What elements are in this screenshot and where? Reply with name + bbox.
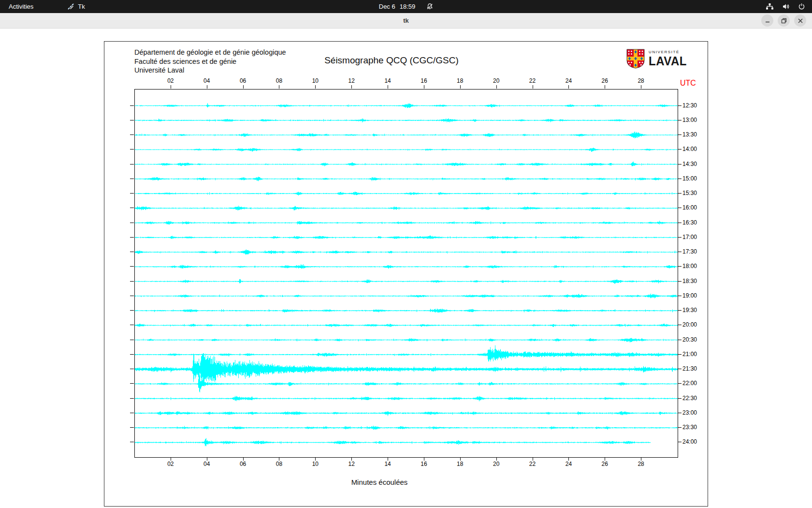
- clock-menu[interactable]: Dec 6 18:59: [379, 0, 434, 13]
- notifications-muted-icon: [426, 3, 433, 10]
- x-tick-label-top: 02: [164, 77, 177, 84]
- x-tick-label-bottom: 24: [562, 461, 575, 467]
- x-tick-top: [568, 85, 569, 89]
- clock-time: 18:59: [400, 3, 416, 10]
- utc-row-label: 14:30: [682, 161, 697, 167]
- row-tick-left: [130, 105, 134, 106]
- x-tick-label-bottom: 16: [418, 461, 430, 467]
- utc-row-label: 18:00: [682, 263, 697, 269]
- row-tick-right: [678, 442, 682, 442]
- seismograph-frame: Département de géologie et de génie géol…: [104, 41, 708, 507]
- row-tick-right: [678, 354, 682, 355]
- seismogram-traces-canvas: [135, 90, 678, 457]
- x-tick-label-top: 12: [345, 77, 358, 84]
- x-tick-top: [533, 85, 533, 89]
- x-tick-label-bottom: 26: [598, 461, 611, 467]
- row-tick-right: [678, 310, 682, 311]
- utc-row-label: 18:30: [682, 278, 697, 284]
- app-menu-label: Tk: [78, 3, 85, 10]
- clock: Dec 6 18:59: [379, 3, 416, 10]
- utc-row-label: 16:00: [682, 204, 697, 211]
- row-tick-right: [678, 149, 682, 149]
- row-tick-left: [130, 310, 134, 311]
- row-tick-left: [130, 398, 134, 399]
- minimize-button[interactable]: [761, 15, 773, 27]
- tk-app-icon: [67, 3, 74, 10]
- utc-row-label: 22:30: [682, 395, 697, 402]
- row-tick-left: [130, 354, 134, 355]
- row-tick-right: [678, 120, 682, 120]
- x-tick-label-top: 16: [418, 77, 430, 84]
- utc-row-label: 17:00: [682, 234, 697, 240]
- x-tick-bottom: [568, 457, 569, 461]
- x-tick-bottom: [279, 457, 279, 461]
- activities-button[interactable]: Activities: [0, 0, 42, 13]
- x-tick-bottom: [171, 457, 171, 461]
- row-tick-right: [678, 325, 682, 325]
- laval-logo-name-word: LAVAL: [649, 54, 687, 68]
- row-tick-left: [130, 369, 134, 369]
- row-tick-left: [130, 237, 134, 238]
- row-tick-right: [678, 383, 682, 384]
- restore-button[interactable]: [778, 15, 790, 27]
- plot-area: [134, 89, 678, 458]
- laval-logo-shield: [626, 49, 645, 69]
- x-tick-label-top: 28: [635, 77, 647, 84]
- x-tick-label-bottom: 28: [635, 461, 647, 467]
- x-tick-label-top: 22: [526, 77, 539, 84]
- volume-icon: [782, 3, 790, 10]
- x-tick-label-top: 26: [598, 77, 611, 84]
- x-tick-bottom: [388, 457, 388, 461]
- x-tick-label-top: 18: [454, 77, 466, 84]
- row-tick-left: [130, 208, 134, 208]
- activities-label: Activities: [9, 3, 33, 10]
- app-menu-tk[interactable]: Tk: [63, 0, 88, 13]
- utc-row-label: 15:00: [682, 175, 697, 182]
- row-tick-left: [130, 164, 134, 164]
- laval-logo-university-word: UNIVERSITÉ: [649, 50, 687, 54]
- row-tick-right: [678, 369, 682, 369]
- laval-logo: UNIVERSITÉ LAVAL: [626, 49, 687, 69]
- x-tick-top: [641, 85, 641, 89]
- x-tick-label-bottom: 14: [381, 461, 394, 467]
- utc-row-label: 14:00: [682, 146, 697, 152]
- x-tick-label-top: 08: [273, 77, 285, 84]
- row-tick-right: [678, 208, 682, 208]
- x-tick-label-bottom: 22: [526, 461, 539, 467]
- row-tick-left: [130, 266, 134, 267]
- x-tick-label-top: 06: [237, 77, 249, 84]
- power-icon: [798, 3, 805, 10]
- close-button[interactable]: [794, 15, 806, 27]
- utc-row-label: 21:30: [682, 365, 697, 372]
- utc-row-label: 15:30: [682, 190, 697, 196]
- x-tick-top: [351, 85, 352, 89]
- utc-row-label: 22:00: [682, 380, 697, 387]
- utc-row-label: 20:00: [682, 321, 697, 328]
- row-tick-right: [678, 193, 682, 194]
- x-tick-label-bottom: 18: [454, 461, 466, 467]
- row-tick-left: [130, 179, 134, 179]
- clock-date: Dec 6: [379, 3, 395, 10]
- x-tick-label-bottom: 06: [237, 461, 249, 467]
- system-status-area[interactable]: [766, 0, 812, 13]
- row-tick-left: [130, 442, 134, 442]
- x-tick-top: [388, 85, 388, 89]
- x-tick-top: [460, 85, 461, 89]
- x-tick-bottom: [533, 457, 533, 461]
- row-tick-left: [130, 340, 134, 340]
- x-tick-top: [424, 85, 424, 89]
- row-tick-right: [678, 427, 682, 428]
- x-tick-top: [315, 85, 316, 89]
- x-tick-bottom: [351, 457, 352, 461]
- x-tick-bottom: [605, 457, 605, 461]
- x-tick-label-bottom: 04: [201, 461, 213, 467]
- row-tick-right: [678, 223, 682, 223]
- x-tick-top: [496, 85, 497, 89]
- x-tick-label-bottom: 12: [345, 461, 358, 467]
- window-controls: [761, 15, 806, 27]
- laval-logo-text: UNIVERSITÉ LAVAL: [649, 50, 687, 68]
- top-bar-left: Activities Tk: [0, 0, 89, 13]
- x-tick-bottom: [424, 457, 424, 461]
- x-tick-bottom: [641, 457, 641, 461]
- row-tick-right: [678, 164, 682, 164]
